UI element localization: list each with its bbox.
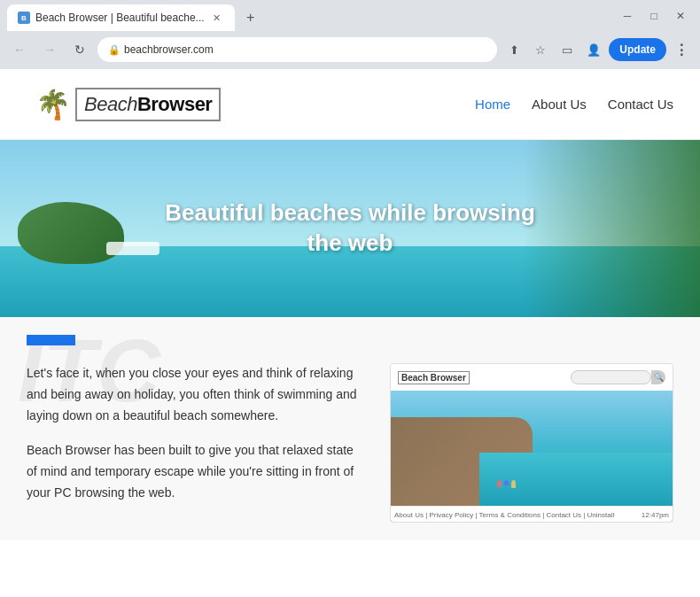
screenshot-beach [391, 391, 673, 506]
sidebar-icon[interactable]: ▭ [556, 38, 579, 61]
screenshot-logo: Beach Browser [398, 371, 470, 384]
logo-image: 🌴 [27, 80, 80, 128]
address-input[interactable]: 🔒 beachbrowser.com [97, 37, 497, 62]
content-body: Let's face it, when you close your eyes … [27, 363, 673, 523]
tab-favicon: B [18, 12, 30, 24]
hero-boat [106, 242, 159, 255]
screenshot-image: Beach Browser 🔍 [390, 363, 673, 523]
paragraph-1: Let's face it, when you close your eyes … [27, 363, 363, 426]
palm-icon: 🌴 [35, 88, 71, 121]
hero-palms [523, 140, 700, 317]
blue-accent-bar [27, 335, 75, 345]
window-controls: ─ □ ✕ [615, 4, 693, 28]
refresh-button[interactable]: ↻ [67, 37, 92, 62]
close-button[interactable]: ✕ [668, 4, 693, 28]
screenshot-water [479, 453, 673, 506]
minimize-button[interactable]: ─ [615, 4, 640, 28]
hero-section: Beautiful beaches while browsing the web [0, 140, 700, 317]
site-navigation: 🌴 BeachBrowser Home About Us Contact Us [0, 69, 700, 140]
webpage: 🌴 BeachBrowser Home About Us Contact Us … [0, 69, 700, 597]
screenshot-search-icon: 🔍 [651, 370, 665, 384]
title-bar: B Beach Browser | Beautiful beache... ✕ … [0, 0, 700, 32]
screenshot-inner: Beach Browser 🔍 [391, 364, 673, 522]
content-section: ITC Let's face it, when you close your e… [0, 317, 700, 540]
person-icon [497, 480, 502, 487]
nav-link-home[interactable]: Home [475, 97, 510, 112]
content-text: Let's face it, when you close your eyes … [27, 363, 363, 523]
maximize-button[interactable]: □ [642, 4, 666, 28]
screenshot-topbar: Beach Browser 🔍 [391, 364, 673, 391]
nav-links: Home About Us Contact Us [475, 97, 673, 112]
person-icon [504, 480, 509, 485]
address-bar-row: ← → ↻ 🔒 beachbrowser.com ⬆ ☆ ▭ 👤 Update … [0, 32, 700, 69]
paragraph-2: Beach Browser has been built to give you… [27, 440, 363, 503]
forward-button[interactable]: → [37, 37, 62, 62]
person-icon [511, 480, 516, 488]
nav-link-contact[interactable]: Contact Us [608, 97, 673, 112]
share-icon[interactable]: ⬆ [502, 38, 525, 61]
profile-icon[interactable]: 👤 [582, 38, 605, 61]
new-tab-button[interactable]: + [238, 5, 263, 30]
active-tab[interactable]: B Beach Browser | Beautiful beache... ✕ [7, 4, 235, 31]
tab-close-button[interactable]: ✕ [210, 11, 224, 25]
tab-title: Beach Browser | Beautiful beache... [35, 12, 205, 24]
address-bar-icons: ⬆ ☆ ▭ 👤 Update ⋮ [502, 38, 693, 61]
bookmark-icon[interactable]: ☆ [529, 38, 552, 61]
screenshot-search [571, 370, 651, 384]
logo-text: BeachBrowser [75, 88, 221, 121]
hero-heading: Beautiful beaches while browsing the web [165, 198, 535, 259]
nav-link-about[interactable]: About Us [532, 97, 587, 112]
back-button[interactable]: ← [7, 37, 32, 62]
menu-button[interactable]: ⋮ [670, 38, 693, 61]
screenshot-footer: About Us | Privacy Policy | Terms & Cond… [391, 506, 673, 523]
browser-chrome: B Beach Browser | Beautiful beache... ✕ … [0, 0, 700, 69]
logo: 🌴 BeachBrowser [27, 80, 221, 128]
update-button[interactable]: Update [609, 38, 666, 61]
